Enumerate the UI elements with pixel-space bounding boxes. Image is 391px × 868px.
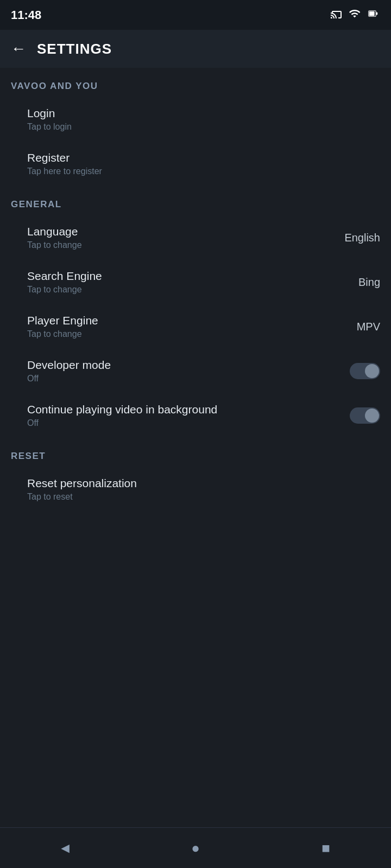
status-bar: 11:48 [0, 0, 391, 30]
settings-item-search-engine[interactable]: Search Engine Tap to change Bing [0, 260, 391, 304]
reset-personalization-title: Reset personalization [27, 477, 137, 490]
continue-playing-toggle[interactable] [350, 407, 380, 424]
register-title: Register [27, 151, 102, 164]
reset-personalization-subtitle: Tap to reset [27, 492, 137, 502]
svg-rect-2 [376, 12, 377, 15]
login-subtitle: Tap to login [27, 122, 72, 132]
settings-item-reset-personalization[interactable]: Reset personalization Tap to reset [0, 467, 391, 512]
continue-playing-title: Continue playing video in background [27, 403, 217, 416]
svg-rect-1 [369, 11, 375, 16]
login-title: Login [27, 107, 72, 120]
search-engine-subtitle: Tap to change [27, 285, 102, 295]
wifi-icon [349, 8, 361, 22]
nav-bar: ◄ ● ■ [0, 827, 391, 868]
register-subtitle: Tap here to register [27, 167, 102, 176]
cast-icon [330, 7, 343, 23]
language-value: English [344, 232, 380, 244]
page-title: SETTINGS [37, 41, 112, 58]
continue-playing-status: Off [27, 418, 217, 428]
settings-item-continue-playing[interactable]: Continue playing video in background Off [0, 393, 391, 438]
player-engine-title: Player Engine [27, 314, 98, 327]
section-header-general: GENERAL [0, 186, 391, 215]
language-title: Language [27, 225, 82, 238]
nav-back-button[interactable]: ◄ [49, 832, 81, 864]
search-engine-title: Search Engine [27, 270, 102, 283]
settings-item-player-engine[interactable]: Player Engine Tap to change MPV [0, 304, 391, 349]
toolbar: ← SETTINGS [0, 30, 391, 68]
developer-mode-status: Off [27, 374, 111, 384]
player-engine-value: MPV [357, 321, 380, 333]
language-subtitle: Tap to change [27, 240, 82, 250]
developer-mode-title: Developer mode [27, 359, 111, 372]
status-icons [330, 7, 380, 23]
battery-icon [366, 9, 380, 21]
section-header-vavoo: VAVOO AND YOU [0, 68, 391, 97]
settings-item-developer-mode[interactable]: Developer mode Off [0, 349, 391, 393]
back-button[interactable]: ← [11, 40, 26, 58]
developer-mode-toggle[interactable] [350, 363, 380, 379]
status-time: 11:48 [11, 8, 41, 22]
player-engine-subtitle: Tap to change [27, 329, 98, 339]
section-header-reset: RESET [0, 438, 391, 467]
search-engine-value: Bing [358, 276, 380, 289]
nav-recent-button[interactable]: ■ [310, 832, 342, 864]
nav-home-button[interactable]: ● [179, 832, 212, 864]
settings-content: VAVOO AND YOU Login Tap to login Registe… [0, 68, 391, 827]
settings-item-language[interactable]: Language Tap to change English [0, 215, 391, 260]
settings-item-login[interactable]: Login Tap to login [0, 97, 391, 142]
settings-item-register[interactable]: Register Tap here to register [0, 142, 391, 186]
